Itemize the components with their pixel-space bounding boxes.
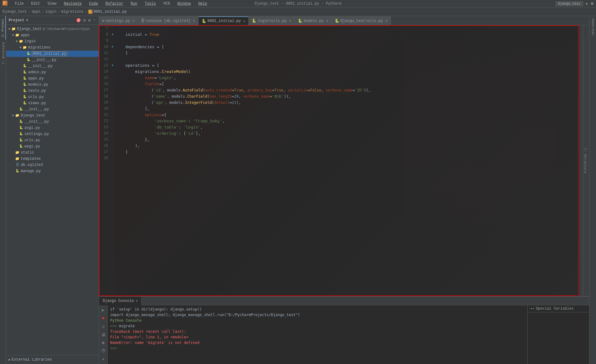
tree-item-migrations[interactable]: ▼ 📁 migrations (6, 44, 99, 51)
run-button[interactable]: ▶ (586, 1, 588, 6)
breadcrumb-item-root[interactable]: Django_test (2, 10, 27, 14)
tree-item-login[interactable]: ▼ 📁 login (6, 38, 99, 44)
editor-section: ⚙ settings.py ✕ 🗄 console [db.sqlite3] ✕… (99, 16, 589, 364)
console-tab-close[interactable]: ✕ (136, 299, 138, 303)
console-line-prompt2[interactable]: >>> (110, 345, 525, 351)
tab-login-urls[interactable]: 🐍 login\urls.py ✕ (249, 16, 294, 25)
tree-item-views[interactable]: 🐍 views.py (6, 100, 99, 106)
tree-item-init-dt[interactable]: 🐍 __init__.py (6, 119, 99, 125)
tab-close[interactable]: ✕ (326, 19, 328, 23)
tree-item-urls-dt[interactable]: 🐍 urls.py (6, 137, 99, 143)
sidebar-dropdown[interactable]: ▼ (26, 19, 28, 22)
console-btn-add[interactable]: ＋ (100, 356, 107, 363)
settings-button[interactable]: ⚙ (591, 1, 594, 6)
tab-models[interactable]: 🐍 models.py ✕ (295, 16, 332, 25)
tree-item-settings[interactable]: 🐍 settings.py (6, 131, 99, 137)
tree-item-apps-py[interactable]: 🐍 apps.py (6, 75, 99, 82)
console-tab-label: Django Console (103, 299, 134, 303)
sidebar-btn-minimize[interactable]: − (92, 17, 96, 23)
console-btn-settings[interactable]: ⚙ (100, 339, 107, 346)
tab-django-urls[interactable]: 🐍 Django_test\urls.py ✕ (332, 16, 391, 25)
tree-item-init-migrations[interactable]: 🐍 __init__.py (6, 57, 99, 63)
console-input[interactable] (119, 346, 305, 350)
menu-item-edit[interactable]: Edit (30, 1, 41, 6)
tree-label: login (24, 39, 36, 44)
menu-item-file[interactable]: File (14, 1, 25, 6)
tree-label: apps (21, 33, 30, 37)
menu-item-navigate[interactable]: Navigate (62, 1, 83, 6)
breadcrumb-item-apps[interactable]: apps (32, 10, 41, 14)
tab-close[interactable]: ✕ (289, 19, 291, 23)
tab-close[interactable]: ✕ (193, 19, 195, 23)
console-btn-rerun[interactable]: ↺ (100, 323, 107, 330)
gutter-line-9: 9 (99, 38, 114, 44)
tab-settings[interactable]: ⚙ settings.py ✕ (99, 16, 138, 25)
tree-item-urls-login[interactable]: 🐍 urls.py (6, 94, 99, 100)
breadcrumb-item-migrations[interactable]: migrations (61, 10, 84, 14)
tab-0001-initial[interactable]: 🐍 0001_initial.py ✕ (199, 16, 249, 25)
code-lines-wrapper: 7 8 ● 9 (99, 25, 583, 296)
tree-item-manage[interactable]: 🐍 manage.py (6, 168, 99, 174)
menu-item-code[interactable]: Code (88, 1, 99, 6)
code-body[interactable]: initial = True dependencies = [ ] (114, 25, 579, 296)
menu-item-window[interactable]: Window (176, 1, 192, 6)
tree-item-asgi[interactable]: 🐍 asgi.py (6, 125, 99, 131)
tab-close[interactable]: ✕ (132, 19, 135, 23)
tree-item-db[interactable]: 🗄 db.sqlite3 (6, 162, 99, 168)
console-tab-django[interactable]: Django Console ✕ (99, 297, 142, 305)
gutter-line-15: 15 (99, 75, 114, 81)
console-left-toolbar: ▶ ■ ↺ 🖨 ⚙ ⏱ ＋ (99, 305, 108, 364)
code-editor[interactable]: 7 8 ● 9 (99, 25, 583, 296)
sidebar-btn-settings[interactable]: ⚙ (88, 17, 91, 23)
breadcrumb-item-file[interactable]: 🐍 0001_initial.py (88, 10, 127, 14)
tab-label: settings.py (105, 19, 130, 23)
tab-close[interactable]: ✕ (385, 19, 388, 23)
menu-item-help[interactable]: Help (197, 1, 208, 6)
menu-item-run[interactable]: Run (129, 1, 139, 6)
tree-item-templates[interactable]: 📁 templates (6, 156, 99, 162)
structure-panel-strip[interactable]: 7: Structure (583, 25, 589, 296)
project-selector[interactable]: Django_test (555, 1, 584, 6)
py-file-icon: 🐍 (22, 83, 27, 87)
tree-item-admin[interactable]: 🐍 admin.py (6, 69, 99, 75)
editor-scrollbar[interactable] (579, 25, 583, 296)
console-special-variables: ▪▪ Special Variables (527, 305, 589, 364)
tab-console-db[interactable]: 🗄 console [db.sqlite3] ✕ (138, 16, 199, 25)
tab-label: 0001_initial.py (208, 19, 241, 23)
tree-item-static[interactable]: 📁 static (6, 150, 99, 156)
console-btn-clock[interactable]: ⏱ (100, 348, 107, 355)
breakpoint-dot-13[interactable]: ● (111, 62, 114, 69)
breakpoint-dot-10[interactable]: ● (111, 44, 114, 50)
gutter-line-10: 10 ● (99, 44, 114, 50)
tree-item-django-test-sub[interactable]: ▼ 📁 Django_test (6, 112, 99, 119)
external-libraries[interactable]: ▶ External Libraries (6, 357, 99, 363)
console-line-prompt: >>> migrate (110, 323, 525, 329)
menu-item-tools[interactable]: Tools (144, 1, 157, 6)
tree-item-wsgi[interactable]: 🐍 wsgi.py (6, 143, 99, 150)
tree-item-models[interactable]: 🐍 models.py (6, 82, 99, 88)
vtab-structure[interactable]: 7: Structure (0, 40, 6, 67)
console-btn-print[interactable]: 🖨 (100, 331, 107, 338)
tree-item-django-test-root[interactable]: ▼ 📁 Django_test D:\PycharmProjects\Djan (6, 26, 99, 32)
sidebar-btn-locate[interactable]: 🎯 (75, 17, 82, 23)
tree-label: wsgi.py (24, 144, 40, 149)
sidebar-tree: ▼ 📁 Django_test D:\PycharmProjects\Djan … (6, 25, 99, 355)
menu-item-refactor[interactable]: Refactor (104, 1, 125, 6)
breadcrumb-item-login[interactable]: login (45, 10, 56, 14)
vtab-project[interactable]: 1: Project (0, 16, 6, 40)
breakpoint-dot-8[interactable]: ● (111, 32, 114, 38)
menu-item-vcs[interactable]: VCS (162, 1, 171, 6)
tree-item-init-login[interactable]: 🐍 __init__.py (6, 63, 99, 69)
code-line-17: ('id', models.AutoField(auto_created=Tru… (114, 87, 579, 93)
tab-close[interactable]: ✕ (243, 19, 246, 23)
tree-item-tests[interactable]: 🐍 tests.py (6, 88, 99, 94)
sidebar-btn-collapse[interactable]: ⊟ (83, 17, 87, 23)
console-btn-run[interactable]: ▶ (100, 307, 107, 314)
tree-item-init-apps[interactable]: 🐍 __init__.py (6, 106, 99, 112)
structure-label[interactable]: 7: Structure (583, 148, 587, 174)
console-btn-stop[interactable]: ■ (100, 315, 107, 322)
tree-item-apps[interactable]: ▼ 📁 apps (6, 32, 99, 38)
tree-item-0001-initial[interactable]: 🐍 0001_initial.py (6, 51, 99, 57)
favorites-label[interactable]: Favorites (591, 17, 594, 36)
menu-item-view[interactable]: View (46, 1, 58, 6)
